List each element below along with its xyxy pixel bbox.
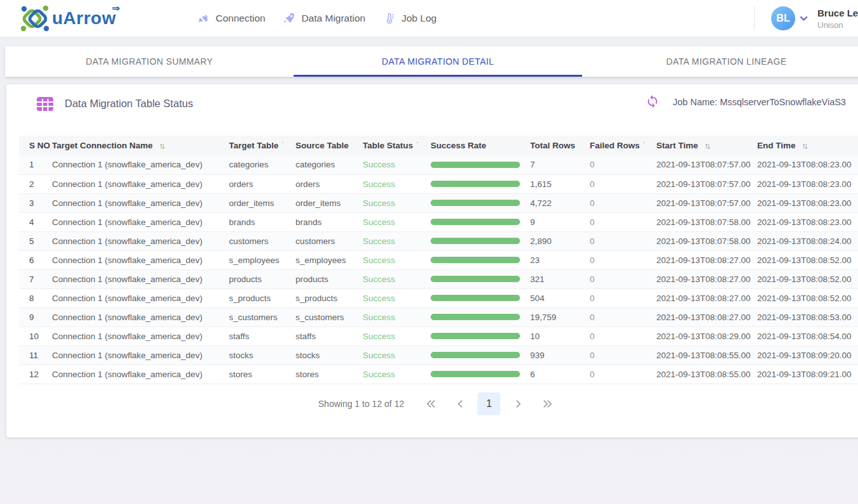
success-rate-bar [431, 352, 520, 358]
first-page-icon[interactable] [419, 392, 442, 415]
table-row: 2 Connection 1 (snowflake_america_dev) o… [19, 174, 858, 193]
table-row: 1 Connection 1 (snowflake_america_dev) c… [19, 155, 858, 174]
success-rate-track [431, 162, 520, 168]
cell-end-time: 2021-09-13T08:09:20.00 [757, 346, 858, 365]
user-org: Unison [817, 20, 858, 30]
cell-s-no: 5 [19, 231, 52, 250]
cell-target-table: brands [229, 212, 296, 231]
data-migration-table-status-card: Data Migration Table Status Job Name: Ms… [6, 84, 858, 437]
sort-icon[interactable]: ʹ [282, 141, 283, 147]
cell-start-time: 2021-09-13T08:07:57.00 [656, 193, 757, 212]
cell-start-time: 2021-09-13T08:08:27.00 [656, 250, 757, 269]
page-number-button[interactable]: 1 [478, 392, 500, 415]
cell-s-no: 6 [19, 250, 52, 269]
cell-end-time: 2021-09-13T08:08:53.00 [757, 307, 858, 326]
table-row: 7 Connection 1 (snowflake_america_dev) p… [19, 269, 858, 288]
cell-target-connection: Connection 1 (snowflake_america_dev) [52, 365, 229, 384]
success-rate-bar [431, 200, 520, 206]
plug-icon [197, 12, 210, 25]
success-rate-track [431, 238, 520, 244]
cell-start-time: 2021-09-13T08:07:58.00 [656, 212, 757, 231]
nav-label-job-log: Job Log [401, 13, 436, 24]
tab-data-migration-lineage[interactable]: DATA MIGRATION LINEAGE [582, 46, 858, 77]
success-rate-bar [431, 371, 520, 377]
success-rate-track [431, 295, 520, 301]
cell-failed-rows: 0 [590, 174, 656, 193]
nav-label-data-migration: Data Migration [301, 13, 365, 24]
nav-item-data-migration[interactable]: Data Migration [283, 12, 365, 25]
cell-total-rows: 10 [530, 326, 590, 346]
cell-target-table: s_employees [229, 250, 296, 269]
cell-target-connection: Connection 1 (snowflake_america_dev) [52, 231, 229, 250]
cell-success-rate [431, 174, 530, 193]
cell-target-table: stocks [229, 346, 296, 365]
cell-table-status: Success [363, 326, 431, 346]
brand-name: uArrow ⇒ [52, 8, 116, 29]
sort-icon[interactable]: ʹ [644, 141, 645, 147]
cell-end-time: 2021-09-13T08:08:54.00 [757, 326, 858, 346]
cell-source-table: stocks [296, 346, 363, 365]
sort-icon[interactable]: ↑↓ [802, 141, 807, 150]
sort-icon[interactable]: ↑↓ [705, 141, 709, 150]
cell-target-connection: Connection 1 (snowflake_america_dev) [52, 193, 229, 212]
sort-icon[interactable]: ʹ [417, 141, 418, 147]
prev-page-icon[interactable] [448, 392, 471, 415]
brand-logo[interactable]: uArrow ⇒ [19, 4, 116, 33]
cell-total-rows: 321 [530, 269, 590, 288]
cell-target-connection: Connection 1 (snowflake_america_dev) [52, 174, 229, 193]
cell-table-status: Success [363, 155, 431, 174]
cell-source-table: s_products [296, 288, 363, 307]
cell-start-time: 2021-09-13T08:07:57.00 [656, 155, 757, 174]
success-rate-track [431, 257, 520, 263]
rocket-icon [283, 12, 296, 25]
last-page-icon[interactable] [536, 392, 559, 415]
table-row: 10 Connection 1 (snowflake_america_dev) … [19, 326, 858, 346]
col-table-status: Table Statusʹ [363, 136, 431, 155]
nav-item-connection[interactable]: Connection [197, 12, 265, 25]
tab-data-migration-summary[interactable]: DATA MIGRATION SUMMARY [5, 46, 294, 77]
cell-target-table: s_products [229, 288, 296, 307]
sort-icon[interactable]: ↑↓ [159, 141, 164, 150]
cell-end-time: 2021-09-13T08:08:23.00 [757, 212, 858, 231]
cell-success-rate [431, 326, 530, 346]
success-rate-track [431, 181, 520, 187]
col-total-rows: Total Rows [530, 136, 590, 155]
pagination: Showing 1 to 12 of 12 1 [6, 392, 858, 415]
next-page-icon[interactable] [507, 392, 530, 415]
cell-source-table: brands [296, 212, 363, 231]
cell-target-connection: Connection 1 (snowflake_america_dev) [52, 212, 229, 231]
migration-status-table: S NO Target Connection Name↑↓ Target Tab… [19, 136, 858, 384]
cell-s-no: 8 [19, 288, 52, 307]
header-divider [754, 6, 755, 30]
table-row: 6 Connection 1 (snowflake_america_dev) s… [19, 250, 858, 269]
cell-target-table: products [229, 269, 296, 288]
cell-success-rate [431, 346, 530, 365]
nav-item-job-log[interactable]: Job Log [383, 12, 436, 25]
tab-data-migration-detail[interactable]: DATA MIGRATION DETAIL [294, 46, 582, 77]
refresh-icon[interactable] [646, 94, 660, 108]
success-rate-bar [431, 162, 520, 168]
cell-s-no: 1 [19, 155, 52, 174]
cell-table-status: Success [363, 174, 431, 193]
cell-success-rate [431, 288, 530, 307]
cell-failed-rows: 0 [590, 326, 656, 346]
thermometer-icon [383, 12, 396, 25]
avatar[interactable]: BL [771, 6, 795, 30]
cell-success-rate [431, 193, 530, 212]
cell-failed-rows: 0 [590, 288, 656, 307]
cell-end-time: 2021-09-13T08:08:24.00 [757, 231, 858, 250]
cell-s-no: 2 [19, 174, 52, 193]
cell-total-rows: 7 [530, 155, 590, 174]
chevron-down-icon[interactable] [800, 16, 808, 22]
cell-table-status: Success [363, 307, 431, 326]
main-navigation: Connection Data Migration Job Log [197, 12, 436, 25]
cell-start-time: 2021-09-13T08:07:58.00 [656, 231, 757, 250]
uarrow-logo-icon [19, 4, 51, 33]
cell-total-rows: 9 [530, 212, 590, 231]
cell-success-rate [431, 250, 530, 269]
tab-bar: DATA MIGRATION SUMMARY DATA MIGRATION DE… [5, 46, 858, 77]
cell-source-table: customers [296, 231, 363, 250]
cell-target-connection: Connection 1 (snowflake_america_dev) [52, 155, 229, 174]
cell-source-table: products [296, 269, 363, 288]
success-rate-bar [431, 238, 520, 244]
